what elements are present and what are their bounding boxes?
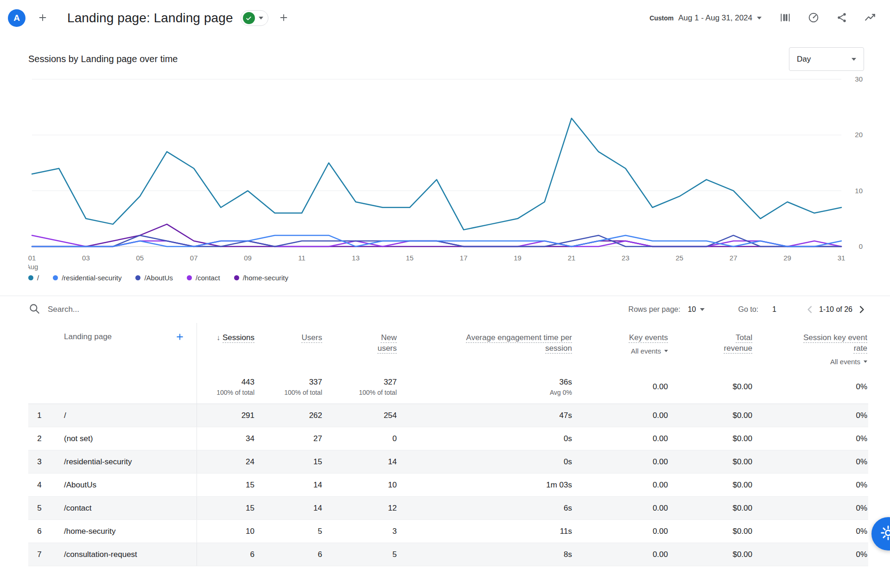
search-icon (28, 303, 40, 316)
engagement-cell: 8s (398, 543, 573, 566)
svg-text:03: 03 (82, 254, 90, 262)
legend-label: /residential-security (62, 274, 121, 282)
users-cell: 15 (255, 450, 323, 474)
key-events-cell: 0.00 (573, 474, 669, 497)
key-events-filter-select[interactable]: All events (573, 347, 668, 355)
search-input[interactable] (48, 305, 242, 314)
landing-page-cell: /residential-security (51, 450, 197, 474)
landing-page-cell: / (51, 404, 197, 427)
totals-users-sub: 100% of total (255, 389, 322, 396)
granularity-select[interactable]: Day (789, 47, 864, 71)
totals-new-users: 327 (323, 377, 397, 387)
legend-item: /residential-security (53, 274, 121, 282)
totals-engagement-sub: Avg 0% (398, 389, 572, 396)
table-row: 7 /consultation-request 6 6 5 8s 0.00 $0… (28, 543, 868, 566)
svg-text:09: 09 (244, 254, 252, 262)
landing-page-cell: /home-security (51, 520, 197, 543)
benchmarking-button[interactable] (806, 10, 821, 27)
table-row: 6 /home-security 10 5 3 11s 0.00 $0.00 0… (28, 520, 868, 543)
add-comparison-button[interactable] (36, 11, 50, 26)
next-page-button[interactable] (855, 303, 868, 316)
engagement-cell: 11s (398, 520, 573, 543)
check-icon (243, 12, 255, 24)
new-users-cell: 5 (323, 543, 398, 566)
revenue-cell: $0.00 (669, 497, 753, 520)
legend-item: /AboutUs (135, 274, 173, 282)
svg-text:31: 31 (838, 254, 846, 262)
legend-label: /AboutUs (144, 274, 173, 282)
insights-button[interactable] (862, 10, 878, 27)
table-row: 3 /residential-security 24 15 14 0s 0.00… (28, 450, 868, 474)
revenue-cell: $0.00 (669, 543, 753, 566)
new-users-cell: 254 (323, 404, 398, 427)
svg-text:15: 15 (406, 254, 413, 262)
column-header-landing-page[interactable]: Landing page (64, 332, 112, 341)
column-header-avg-engagement-time[interactable]: Average engagement time per session (446, 332, 572, 354)
legend-label: /home-security (243, 274, 288, 282)
sessions-cell: 6 (197, 543, 255, 566)
svg-text:25: 25 (675, 254, 683, 262)
sessions-cell: 34 (197, 427, 255, 450)
gear-icon (880, 525, 890, 543)
new-users-cell: 14 (323, 450, 398, 474)
table-header-row: Landing page ↓Sessions Users New users A… (28, 323, 868, 371)
share-button[interactable] (834, 10, 850, 27)
users-cell: 14 (255, 497, 323, 520)
comparisons-button[interactable] (777, 10, 793, 27)
legend-dot (187, 275, 192, 280)
svg-text:01: 01 (28, 254, 36, 262)
column-header-total-revenue[interactable]: Total revenue (720, 332, 752, 354)
svg-text:10: 10 (855, 187, 863, 195)
go-to-page-input[interactable]: 1 (772, 305, 776, 314)
svg-text:0: 0 (859, 242, 863, 250)
previous-page-button[interactable] (803, 303, 816, 316)
column-header-new-users[interactable]: New users (369, 332, 397, 354)
chart-title: Sessions by Landing page over time (28, 54, 178, 64)
column-header-session-key-event-rate[interactable]: Session key event rate (788, 332, 867, 354)
sessions-cell: 15 (197, 497, 255, 520)
row-number: 2 (28, 427, 51, 450)
legend-item: /contact (187, 274, 220, 282)
engagement-cell: 1m 03s (398, 474, 573, 497)
column-header-sessions[interactable]: ↓Sessions (197, 323, 255, 371)
row-number: 3 (28, 450, 51, 474)
sessions-cell: 291 (197, 404, 255, 427)
new-users-cell: 10 (323, 474, 398, 497)
landing-page-table: Landing page ↓Sessions Users New users A… (28, 323, 868, 566)
column-header-users[interactable]: Users (302, 332, 322, 343)
rate-cell: 0% (753, 404, 868, 427)
revenue-cell: $0.00 (669, 427, 753, 450)
add-dimension-button[interactable] (175, 332, 184, 341)
chevron-down-icon (757, 17, 762, 19)
row-number: 1 (28, 404, 51, 427)
svg-text:29: 29 (783, 254, 791, 262)
new-users-cell: 12 (323, 497, 398, 520)
add-report-tab-button[interactable] (277, 11, 291, 26)
column-header-key-events[interactable]: Key events (629, 332, 668, 343)
chevron-down-icon (259, 17, 263, 19)
engagement-cell: 6s (398, 497, 573, 520)
totals-revenue: $0.00 (669, 381, 752, 392)
report-status-dropdown[interactable] (241, 10, 268, 26)
rows-per-page-value: 10 (688, 305, 696, 314)
rate-cell: 0% (753, 497, 868, 520)
session-key-event-rate-filter-select[interactable]: All events (753, 358, 867, 366)
chevron-down-icon (700, 308, 705, 311)
date-range-picker[interactable]: Custom Aug 1 - Aug 31, 2024 (649, 13, 762, 23)
table-row: 1 / 291 262 254 47s 0.00 $0.00 0% (28, 404, 868, 427)
users-cell: 27 (255, 427, 323, 450)
line-chart-svg: 010203001Aug0305070911131517192123252729… (28, 74, 881, 273)
sessions-cell: 10 (197, 520, 255, 543)
account-avatar[interactable]: A (8, 9, 25, 27)
legend-dot (234, 275, 239, 280)
legend-label: / (37, 274, 39, 282)
svg-text:21: 21 (568, 254, 576, 262)
rate-cell: 0% (753, 520, 868, 543)
report-table-section: Rows per page: 10 Go to: 1 1-10 of 26 (0, 296, 890, 566)
landing-page-cell: /consultation-request (51, 543, 197, 566)
engagement-cell: 47s (398, 404, 573, 427)
landing-page-cell: /AboutUs (51, 474, 197, 497)
svg-text:19: 19 (514, 254, 521, 262)
rows-per-page-select[interactable]: 10 (688, 305, 705, 314)
legend-dot (135, 275, 140, 280)
